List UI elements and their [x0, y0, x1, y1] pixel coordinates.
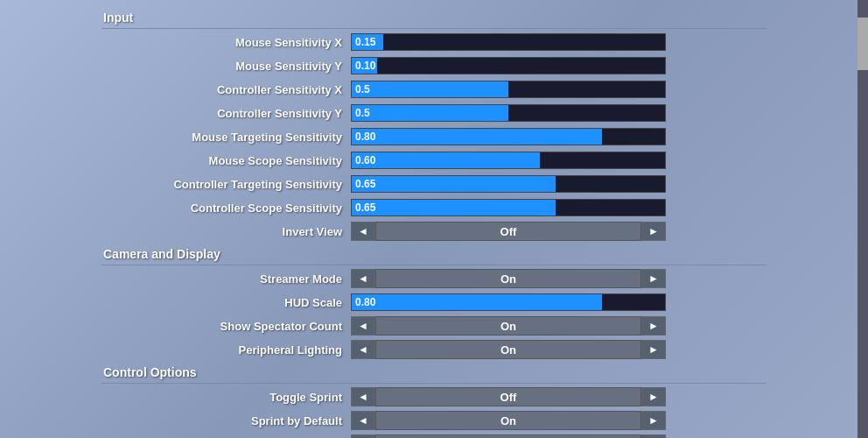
slider-fill-controller-targeting-sensitivity: [352, 176, 556, 192]
toggle-right-arrow-show-spectator-count[interactable]: ►: [641, 316, 666, 336]
slider-value-mouse-targeting-sensitivity: 0.80: [355, 131, 375, 143]
setting-label-streamer-mode: Streamer Mode: [102, 272, 351, 286]
setting-row-toggle-sprint: Toggle Sprint◄Off►: [102, 385, 766, 408]
toggle-value-sprint-cancels-reloading: Off: [375, 434, 641, 438]
toggle-toggle-sprint: ◄Off►: [351, 387, 666, 406]
setting-row-sprint-cancels-reloading: Sprint Cancels Reloading◄Off►: [102, 433, 766, 438]
toggle-value-peripheral-lighting: On: [375, 340, 641, 359]
toggle-right-arrow-peripheral-lighting[interactable]: ►: [641, 340, 666, 359]
scrollbar[interactable]: [858, 0, 868, 438]
section-header-input: Input: [102, 7, 766, 29]
scrollbar-thumb[interactable]: [858, 18, 868, 70]
slider-value-mouse-scope-sensitivity: 0.60: [355, 154, 375, 166]
setting-row-show-spectator-count: Show Spectator Count◄On►: [102, 314, 766, 337]
slider-fill-hud-scale: [352, 294, 602, 310]
setting-label-show-spectator-count: Show Spectator Count: [102, 320, 351, 333]
slider-value-controller-scope-sensitivity: 0.65: [355, 201, 375, 214]
setting-row-mouse-sensitivity-x: Mouse Sensitivity X0.15: [102, 31, 766, 53]
slider-mouse-sensitivity-x[interactable]: 0.15: [351, 33, 666, 51]
slider-hud-scale[interactable]: 0.80: [351, 293, 666, 311]
setting-label-hud-scale: HUD Scale: [102, 296, 351, 309]
slider-value-controller-sensitivity-x: 0.5: [355, 83, 370, 95]
toggle-right-arrow-sprint-by-default[interactable]: ►: [641, 411, 666, 430]
toggle-streamer-mode: ◄On►: [351, 269, 666, 288]
toggle-value-show-spectator-count: On: [375, 316, 641, 336]
toggle-left-arrow-peripheral-lighting[interactable]: ◄: [351, 340, 375, 359]
setting-label-toggle-sprint: Toggle Sprint: [102, 391, 351, 404]
setting-row-streamer-mode: Streamer Mode◄On►: [102, 267, 766, 290]
setting-label-sprint-by-default: Sprint by Default: [102, 414, 351, 427]
setting-row-controller-targeting-sensitivity: Controller Targeting Sensitivity0.65: [102, 173, 766, 195]
slider-fill-mouse-targeting-sensitivity: [352, 129, 602, 145]
toggle-left-arrow-sprint-by-default[interactable]: ◄: [351, 411, 375, 430]
setting-row-hud-scale: HUD Scale0.80: [102, 291, 766, 314]
slider-controller-sensitivity-x[interactable]: 0.5: [351, 81, 666, 98]
toggle-left-arrow-show-spectator-count[interactable]: ◄: [351, 316, 375, 336]
setting-row-controller-sensitivity-x: Controller Sensitivity X0.5: [102, 78, 766, 101]
toggle-value-streamer-mode: On: [375, 269, 641, 288]
slider-fill-controller-sensitivity-y: [352, 105, 508, 121]
slider-fill-controller-scope-sensitivity: [352, 200, 556, 215]
slider-value-hud-scale: 0.80: [355, 296, 375, 308]
slider-value-controller-targeting-sensitivity: 0.65: [355, 178, 375, 190]
slider-fill-controller-sensitivity-x: [352, 81, 508, 97]
setting-label-mouse-targeting-sensitivity: Mouse Targeting Sensitivity: [102, 131, 351, 144]
setting-row-mouse-targeting-sensitivity: Mouse Targeting Sensitivity0.80: [102, 125, 766, 148]
section-header-control-options: Control Options: [102, 362, 766, 384]
toggle-invert-view: ◄Off►: [351, 222, 666, 241]
toggle-sprint-by-default: ◄On►: [351, 411, 666, 430]
slider-value-mouse-sensitivity-y: 0.10: [355, 60, 375, 72]
setting-row-controller-scope-sensitivity: Controller Scope Sensitivity0.65: [102, 196, 766, 219]
slider-controller-scope-sensitivity[interactable]: 0.65: [351, 199, 666, 216]
setting-label-peripheral-lighting: Peripheral Lighting: [102, 343, 351, 357]
toggle-right-arrow-toggle-sprint[interactable]: ►: [641, 387, 666, 406]
toggle-value-invert-view: Off: [375, 222, 641, 241]
setting-label-controller-scope-sensitivity: Controller Scope Sensitivity: [102, 201, 351, 215]
setting-row-mouse-scope-sensitivity: Mouse Scope Sensitivity0.60: [102, 149, 766, 172]
toggle-right-arrow-streamer-mode[interactable]: ►: [641, 269, 666, 288]
toggle-sprint-cancels-reloading: ◄Off►: [351, 434, 666, 438]
slider-mouse-targeting-sensitivity[interactable]: 0.80: [351, 128, 666, 145]
slider-controller-sensitivity-y[interactable]: 0.5: [351, 104, 666, 122]
setting-label-controller-targeting-sensitivity: Controller Targeting Sensitivity: [102, 178, 351, 191]
setting-row-invert-view: Invert View◄Off►: [102, 220, 766, 243]
setting-label-mouse-sensitivity-y: Mouse Sensitivity Y: [102, 60, 351, 73]
toggle-right-arrow-invert-view[interactable]: ►: [641, 222, 666, 241]
toggle-left-arrow-sprint-cancels-reloading[interactable]: ◄: [351, 434, 375, 438]
toggle-right-arrow-sprint-cancels-reloading[interactable]: ►: [641, 434, 666, 438]
toggle-peripheral-lighting: ◄On►: [351, 340, 666, 359]
setting-label-invert-view: Invert View: [102, 225, 351, 238]
setting-row-sprint-by-default: Sprint by Default◄On►: [102, 409, 766, 432]
setting-row-peripheral-lighting: Peripheral Lighting◄On►: [102, 338, 766, 361]
slider-mouse-scope-sensitivity[interactable]: 0.60: [351, 152, 666, 169]
slider-value-mouse-sensitivity-x: 0.15: [355, 36, 375, 48]
setting-row-controller-sensitivity-y: Controller Sensitivity Y0.5: [102, 102, 766, 124]
toggle-left-arrow-streamer-mode[interactable]: ◄: [351, 269, 375, 288]
setting-label-controller-sensitivity-y: Controller Sensitivity Y: [102, 107, 351, 120]
section-header-camera-display: Camera and Display: [102, 244, 766, 265]
setting-label-mouse-scope-sensitivity: Mouse Scope Sensitivity: [102, 154, 351, 167]
setting-label-mouse-sensitivity-x: Mouse Sensitivity X: [102, 36, 351, 49]
slider-fill-mouse-scope-sensitivity: [352, 152, 540, 168]
toggle-left-arrow-toggle-sprint[interactable]: ◄: [351, 387, 375, 406]
toggle-value-sprint-by-default: On: [375, 411, 641, 430]
slider-mouse-sensitivity-y[interactable]: 0.10: [351, 57, 666, 74]
toggle-value-toggle-sprint: Off: [375, 387, 641, 406]
setting-row-mouse-sensitivity-y: Mouse Sensitivity Y0.10: [102, 54, 766, 77]
slider-controller-targeting-sensitivity[interactable]: 0.65: [351, 175, 666, 193]
setting-label-controller-sensitivity-x: Controller Sensitivity X: [102, 83, 351, 96]
toggle-left-arrow-invert-view[interactable]: ◄: [351, 222, 375, 241]
slider-value-controller-sensitivity-y: 0.5: [355, 107, 370, 119]
toggle-show-spectator-count: ◄On►: [351, 316, 666, 336]
